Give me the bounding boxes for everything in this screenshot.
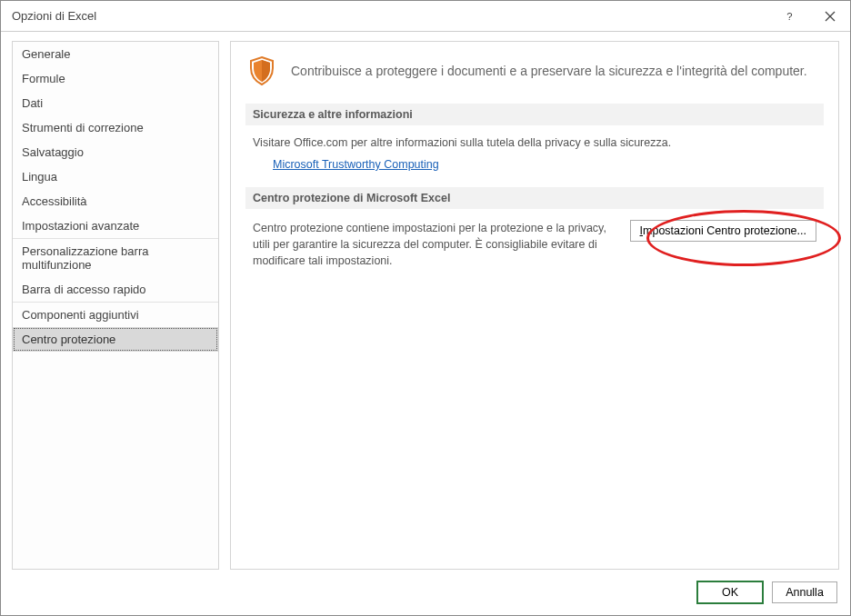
help-button[interactable]: ? — [770, 1, 810, 32]
security-text: Visitare Office.com per altre informazio… — [253, 136, 816, 149]
titlebar: Opzioni di Excel ? — [1, 1, 850, 32]
sidebar-item-label: Formule — [22, 72, 65, 85]
close-icon — [825, 11, 836, 22]
sidebar-item-formule[interactable]: Formule — [13, 66, 218, 91]
trust-row: Centro protezione contiene impostazioni … — [253, 220, 816, 269]
sidebar-item-componenti[interactable]: Componenti aggiuntivi — [13, 303, 218, 327]
sidebar-item-impostazioni[interactable]: Impostazioni avanzate — [13, 214, 218, 239]
sidebar-item-personalizzazione[interactable]: Personalizzazione barra multifunzione — [13, 239, 218, 277]
options-dialog: Opzioni di Excel ? Generale Formule Dati… — [0, 0, 851, 616]
section-body-security: Visitare Office.com per altre informazio… — [245, 136, 824, 180]
sidebar-item-barra[interactable]: Barra di accesso rapido — [13, 277, 218, 303]
content-header: Contribuisce a proteggere i documenti e … — [245, 55, 824, 87]
dialog-footer: OK Annulla — [1, 570, 850, 615]
section-header-trust: Centro protezione di Microsoft Excel — [245, 187, 824, 209]
content-header-text: Contribuisce a proteggere i documenti e … — [291, 64, 807, 78]
sidebar-item-dati[interactable]: Dati — [13, 91, 218, 115]
sidebar-item-label: Barra di accesso rapido — [22, 283, 146, 296]
sidebar-item-label: Centro protezione — [22, 333, 115, 346]
window-title: Opzioni di Excel — [12, 9, 770, 23]
content-pane: Contribuisce a proteggere i documenti e … — [230, 41, 839, 570]
sidebar-item-label: Personalizzazione barra multifunzione — [22, 244, 148, 272]
trust-center-settings-button[interactable]: Impostazioni Centro protezione... — [630, 220, 816, 242]
sidebar-item-centro-protezione[interactable]: Centro protezione — [13, 327, 218, 352]
help-icon: ? — [785, 11, 796, 22]
trustworthy-link[interactable]: Microsoft Trustworthy Computing — [273, 158, 439, 171]
sidebar-item-strumenti[interactable]: Strumenti di correzione — [13, 115, 218, 140]
svg-text:?: ? — [786, 11, 792, 22]
sidebar-item-label: Generale — [22, 47, 70, 61]
close-button[interactable] — [810, 1, 850, 32]
shield-icon — [245, 55, 278, 87]
sidebar-item-label: Salvataggio — [22, 145, 84, 159]
sidebar-item-salvataggio[interactable]: Salvataggio — [13, 140, 218, 164]
ok-button[interactable]: OK — [697, 581, 763, 603]
section-header-security: Sicurezza e altre informazioni — [245, 104, 824, 125]
sidebar: Generale Formule Dati Strumenti di corre… — [12, 41, 219, 570]
sidebar-item-label: Impostazioni avanzate — [22, 219, 139, 233]
sidebar-item-label: Dati — [22, 96, 43, 110]
sidebar-item-label: Lingua — [22, 170, 57, 184]
sidebar-item-label: Accessibilità — [22, 194, 87, 208]
sidebar-item-generale[interactable]: Generale — [13, 42, 218, 66]
dialog-body: Generale Formule Dati Strumenti di corre… — [1, 32, 850, 570]
trust-description: Centro protezione contiene impostazioni … — [253, 220, 608, 269]
sidebar-item-label: Componenti aggiuntivi — [22, 308, 139, 322]
sidebar-item-label: Strumenti di correzione — [22, 121, 144, 134]
sidebar-item-lingua[interactable]: Lingua — [13, 164, 218, 189]
cancel-button[interactable]: Annulla — [772, 581, 837, 603]
trust-button-label: mpostazioni Centro protezione... — [643, 224, 806, 237]
sidebar-item-accessibilita[interactable]: Accessibilità — [13, 189, 218, 214]
section-body-trust: Centro protezione contiene impostazioni … — [245, 220, 824, 278]
